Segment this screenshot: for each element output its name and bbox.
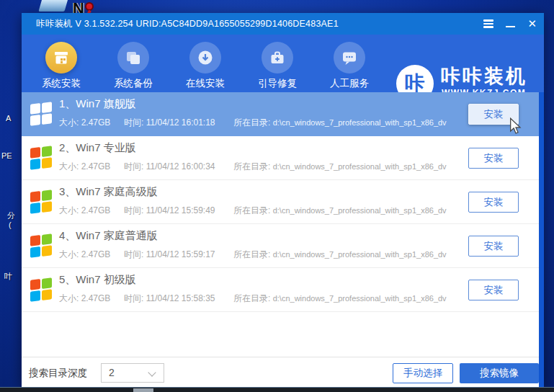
desktop: N A PE 分 ( 叶 咔咔装机 V 3.1.532.254 URID:A5C… <box>0 0 554 392</box>
item-dir-label: 所在目录: <box>233 205 270 215</box>
nav-label: 人工服务 <box>321 77 378 90</box>
window-title: 咔咔装机 V 3.1.532.254 URID:A5C84DD9A1655055… <box>36 18 339 30</box>
item-dir-path: d:\cn_windows_7_professional_with_sp1_x8… <box>273 118 447 127</box>
search-depth-select[interactable]: 2 <box>101 363 164 383</box>
nav-item-online-install[interactable]: 在线安装 <box>177 42 234 90</box>
repair-toolbox-icon <box>262 42 293 74</box>
item-dir-path: d:\cn_windows_7_professional_with_sp1_x8… <box>273 162 447 171</box>
install-button[interactable]: 安装 <box>468 148 519 169</box>
item-title: 1、Win7 旗舰版 <box>59 97 136 111</box>
close-icon[interactable]: ✕ <box>527 18 537 29</box>
download-icon <box>189 42 221 74</box>
taskbar[interactable] <box>0 387 554 392</box>
windows-logo-icon <box>30 277 52 303</box>
install-button[interactable]: 安装 <box>468 280 519 300</box>
item-dir-path: d:\cn_windows_7_professional_with_sp1_x8… <box>273 250 447 259</box>
titlebar[interactable]: 咔咔装机 V 3.1.532.254 URID:A5C84DD9A1655055… <box>22 13 544 35</box>
menu-icon[interactable] <box>483 18 493 29</box>
item-size: 大小: 2.47GB <box>59 117 124 129</box>
item-time: 时间: 11/04/12 16:00:34 <box>124 161 233 173</box>
item-dir-label: 所在目录: <box>233 293 270 303</box>
item-time: 时间: 11/04/12 15:59:17 <box>124 249 233 261</box>
desktop-icon-label: 叶 <box>4 271 12 282</box>
windows-logo-icon <box>30 102 52 127</box>
item-title: 4、Win7 家庭普通版 <box>59 229 158 243</box>
taskbar-item[interactable] <box>133 388 153 392</box>
mouse-cursor <box>509 117 522 135</box>
desktop-icon-label: ( <box>9 220 12 229</box>
item-size: 大小: 2.47GB <box>59 205 124 217</box>
item-time: 时间: 11/04/12 15:59:49 <box>124 205 233 217</box>
search-depth-value: 2 <box>109 367 115 378</box>
install-icon <box>45 42 77 74</box>
search-image-button[interactable]: 搜索镜像 <box>460 363 539 383</box>
logo-name: 咔咔装机 <box>441 63 527 89</box>
scrollbar[interactable] <box>539 92 544 388</box>
list-item-win7-home-basic[interactable]: 4、Win7 家庭普通版 大小: 2.47GB时间: 11/04/12 15:5… <box>22 224 539 268</box>
item-dir-path: d:\cn_windows_7_professional_with_sp1_x8… <box>273 294 447 303</box>
nav-bar: 系统安装 系统备份 <box>22 35 544 92</box>
list-item-win7-ultimate[interactable]: 1、Win7 旗舰版 大小: 2.47GB时间: 11/04/12 16:01:… <box>22 92 539 136</box>
item-time: 时间: 11/04/12 16:01:18 <box>124 117 233 129</box>
nav-label: 在线安装 <box>177 77 234 90</box>
nav-item-system-install[interactable]: 系统安装 <box>32 42 90 90</box>
nav-label: 引导修复 <box>249 77 306 90</box>
list-item-win7-professional[interactable]: 2、Win7 专业版 大小: 2.47GB时间: 11/04/12 16:00:… <box>22 136 539 180</box>
install-button[interactable]: 安装 <box>468 236 519 257</box>
item-dir-label: 所在目录: <box>233 249 270 259</box>
search-depth-label: 搜索目录深度 <box>29 367 87 380</box>
nav-item-boot-repair[interactable]: 引导修复 <box>249 42 306 90</box>
manual-select-button[interactable]: 手动选择 <box>393 363 453 383</box>
chat-icon <box>334 42 365 74</box>
item-title: 2、Win7 专业版 <box>59 141 136 155</box>
item-meta: 大小: 2.47GB时间: 11/04/12 16:01:18所在目录: d:\… <box>59 117 447 129</box>
windows-logo-icon <box>30 146 52 171</box>
item-title: 3、Win7 家庭高级版 <box>59 185 158 199</box>
item-meta: 大小: 2.47GB时间: 11/04/12 15:58:35所在目录: d:\… <box>59 293 447 305</box>
os-image-list: 1、Win7 旗舰版 大小: 2.47GB时间: 11/04/12 16:01:… <box>22 92 539 357</box>
desktop-icon-label: PE <box>1 151 12 160</box>
windows-logo-icon <box>30 190 52 215</box>
app-window: 咔咔装机 V 3.1.532.254 URID:A5C84DD9A1655055… <box>22 13 544 388</box>
list-item-win7-starter[interactable]: 5、Win7 初级版 大小: 2.47GB时间: 11/04/12 15:58:… <box>22 268 539 312</box>
nav-item-system-backup[interactable]: 系统备份 <box>104 42 162 90</box>
nav-item-manual-service[interactable]: 人工服务 <box>321 42 378 90</box>
list-item-win7-home-premium[interactable]: 3、Win7 家庭高级版 大小: 2.47GB时间: 11/04/12 15:5… <box>22 180 539 224</box>
minimize-icon[interactable] <box>506 26 515 27</box>
item-meta: 大小: 2.47GB时间: 11/04/12 15:59:49所在目录: d:\… <box>59 205 447 217</box>
item-dir-label: 所在目录: <box>233 117 270 128</box>
item-size: 大小: 2.47GB <box>59 293 124 305</box>
footer-bar: 搜索目录深度 2 手动选择 搜索镜像 <box>22 357 539 388</box>
backup-icon <box>117 42 149 74</box>
item-dir-label: 所在目录: <box>233 161 270 172</box>
item-time: 时间: 11/04/12 15:58:35 <box>124 293 233 305</box>
desktop-icon-label: 分 <box>7 210 15 221</box>
item-title: 5、Win7 初级版 <box>59 273 136 287</box>
item-meta: 大小: 2.47GB时间: 11/04/12 16:00:34所在目录: d:\… <box>59 161 447 173</box>
item-size: 大小: 2.47GB <box>59 249 124 261</box>
nav-label: 系统备份 <box>104 77 162 90</box>
nav-label: 系统安装 <box>32 77 90 90</box>
install-button[interactable]: 安装 <box>468 192 519 213</box>
desktop-icon-label: A <box>6 114 11 122</box>
item-meta: 大小: 2.47GB时间: 11/04/12 15:59:17所在目录: d:\… <box>59 249 447 261</box>
desktop-folder-icon[interactable] <box>38 0 68 12</box>
item-dir-path: d:\cn_windows_7_professional_with_sp1_x8… <box>273 206 447 215</box>
chevron-down-icon <box>148 368 156 376</box>
windows-logo-icon <box>30 233 52 259</box>
item-size: 大小: 2.47GB <box>59 161 124 173</box>
